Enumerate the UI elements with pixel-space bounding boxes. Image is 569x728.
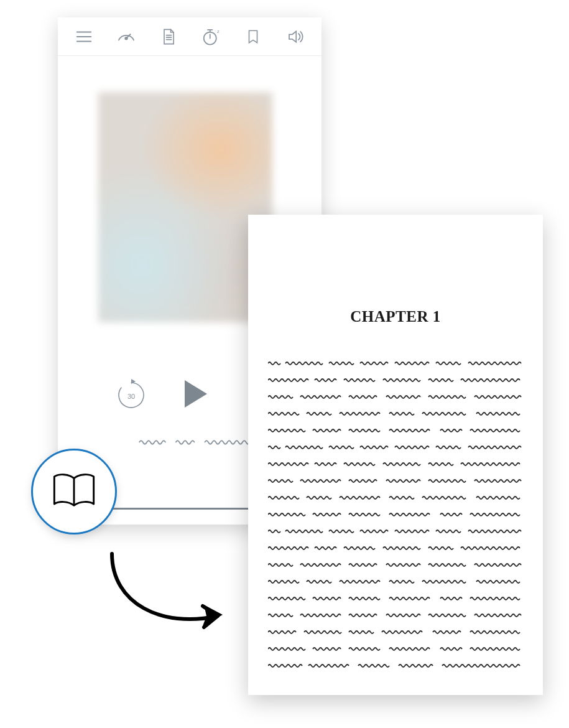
menu-icon[interactable]: [73, 26, 95, 47]
rewind-seconds-label: 30: [115, 393, 147, 400]
rewind-30-button[interactable]: 30: [115, 378, 147, 410]
flow-arrow-icon: [93, 548, 236, 641]
audio-toolbar: z: [58, 17, 322, 56]
ebook-reader-panel: CHAPTER 1: [248, 215, 543, 695]
playback-speed-icon[interactable]: [116, 26, 137, 47]
bookmark-icon[interactable]: [243, 26, 264, 47]
play-button[interactable]: [185, 380, 207, 408]
chapter-body-text: [268, 360, 523, 669]
open-book-icon: [50, 466, 98, 517]
book-cover-art: [98, 92, 272, 322]
document-icon[interactable]: [158, 26, 179, 47]
svg-point-4: [125, 37, 127, 39]
volume-icon[interactable]: [285, 26, 306, 47]
svg-text:z: z: [217, 28, 220, 34]
sleep-timer-icon[interactable]: z: [200, 26, 221, 47]
svg-marker-14: [203, 605, 223, 626]
chapter-heading: CHAPTER 1: [268, 308, 523, 325]
switch-to-ebook-button[interactable]: [31, 449, 117, 534]
